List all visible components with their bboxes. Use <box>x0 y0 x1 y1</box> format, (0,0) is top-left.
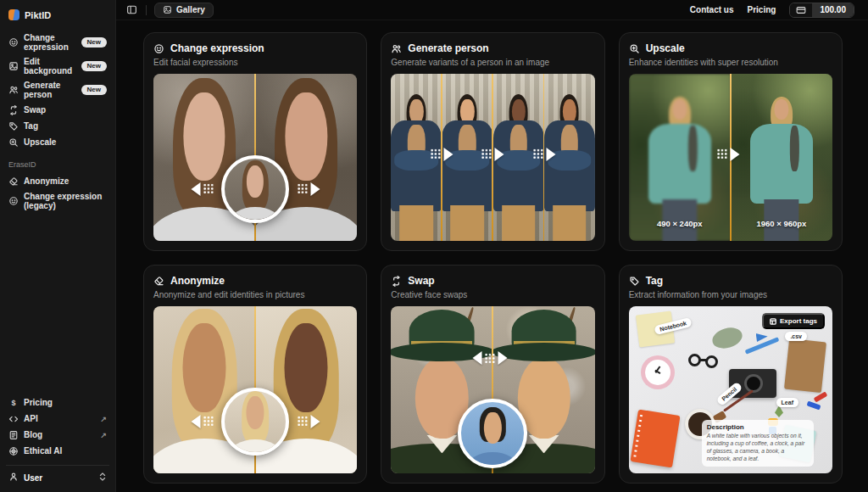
sidebar-item-anonymize[interactable]: Anonymize <box>6 173 109 189</box>
export-tags-button[interactable]: Export tags <box>762 313 825 329</box>
card-swap[interactable]: Swap Creative face swaps <box>381 265 604 484</box>
export-tags-label: Export tags <box>780 317 817 325</box>
user-menu[interactable]: User <box>6 465 109 485</box>
arrow-right-group <box>532 148 555 161</box>
sidebar-item-change-expression-legacy[interactable]: Change expression (legacy) <box>6 189 109 213</box>
card-title: Upscale <box>646 42 685 54</box>
sidebar: PiktID Change expression New Edit backgr… <box>0 0 116 492</box>
sidebar-item-edit-background[interactable]: Edit background New <box>6 54 109 78</box>
face-shape <box>247 396 264 429</box>
new-badge: New <box>81 37 107 48</box>
sidebar-item-label: Pricing <box>24 398 53 407</box>
code-icon <box>8 414 19 424</box>
strap-shape <box>790 126 798 171</box>
card-change-expression[interactable]: Change expression Edit facial expression… <box>143 32 367 251</box>
dot-grid <box>431 148 442 159</box>
arrow-right-icon <box>495 148 504 161</box>
sidebar-item-change-expression[interactable]: Change expression New <box>6 31 109 54</box>
sidebar-item-blog[interactable]: Blog ↗ <box>6 427 109 443</box>
clip-red-shape <box>814 391 828 402</box>
sidebar-item-swap[interactable]: Swap <box>6 102 109 118</box>
jacket-shape <box>648 124 711 204</box>
card-generate-person[interactable]: Generate person Generate variants of a p… <box>381 32 604 251</box>
user-label: User <box>24 473 42 483</box>
person-figure <box>391 94 442 241</box>
sidebar-item-label: Tag <box>24 121 38 131</box>
card-subtitle: Edit facial expressions <box>153 58 357 67</box>
flag-shape <box>756 333 768 342</box>
source-face-inset <box>458 399 527 468</box>
generate-person-preview <box>391 74 594 241</box>
dot-grid <box>481 148 492 159</box>
sidebar-item-label: Blog <box>24 430 42 439</box>
sidebar-item-api[interactable]: API ↗ <box>6 411 109 427</box>
after-resolution-label: 1960 × 960px <box>756 219 806 228</box>
sidebar-item-label: Anonymize <box>24 176 69 186</box>
sidebar-item-label: Upscale <box>24 137 56 147</box>
contact-us-link[interactable]: Contact us <box>690 5 734 14</box>
arrow-left-icon <box>191 182 200 196</box>
topbar-divider <box>146 5 147 15</box>
sidebar-item-tag[interactable]: Tag <box>6 118 109 134</box>
gallery-label: Gallery <box>176 5 205 14</box>
sidebar-item-generate-person[interactable]: Generate person New <box>6 78 109 102</box>
magnifier-plus-icon <box>629 43 640 54</box>
pants-shape <box>400 205 434 241</box>
sidebar-item-label: Change expression <box>24 33 76 52</box>
new-badge: New <box>81 85 107 95</box>
external-link-icon: ↗ <box>100 431 107 439</box>
pants-shape <box>553 205 587 241</box>
notebook-orange-shape <box>630 409 680 467</box>
person-figure <box>236 160 275 220</box>
card-subtitle: Anonymize and edit identities in picture… <box>153 290 357 299</box>
face-shape <box>183 92 225 181</box>
pricing-link[interactable]: Pricing <box>748 5 776 14</box>
user-icon <box>8 472 19 484</box>
source-face-inset <box>221 155 289 223</box>
card-upscale[interactable]: Upscale Enhance identities with super re… <box>619 32 843 251</box>
card-anonymize[interactable]: Anonymize Anonymize and edit identities … <box>143 265 367 484</box>
credit-balance: 100.00 <box>812 3 854 17</box>
sidebar-item-pricing[interactable]: $ Pricing <box>6 394 109 411</box>
source-face-inset <box>221 388 289 456</box>
face-shape <box>285 323 328 412</box>
topbar-right: Contact us Pricing 100.00 <box>690 3 854 18</box>
person-figure <box>745 87 818 241</box>
brand-name: PiktID <box>25 10 51 20</box>
smiley-icon <box>8 196 19 206</box>
gallery-button[interactable]: Gallery <box>154 3 214 18</box>
card-subtitle: Creative face swaps <box>391 290 594 299</box>
glasses-bridge <box>700 359 707 361</box>
description-text: A white table with various objects on it… <box>707 433 809 463</box>
dot-grid <box>203 183 214 194</box>
glasses-right-lens <box>705 355 718 368</box>
tag-icon <box>8 121 19 131</box>
document-icon <box>8 430 19 440</box>
card-tag[interactable]: Tag Extract information from your images <box>619 265 843 484</box>
arrow-both-group <box>472 351 507 365</box>
arrow-right-icon <box>444 148 453 161</box>
person-figure <box>492 94 543 241</box>
sidebar-item-upscale[interactable]: Upscale <box>6 134 109 150</box>
description-panel: Description A white table with various o… <box>702 420 814 467</box>
arrow-left-group <box>191 182 214 196</box>
glasses-left-lens <box>688 354 701 366</box>
topbar: Gallery Contact us Pricing 100.00 <box>116 0 868 20</box>
swap-icon <box>391 276 402 287</box>
sidebar-toggle-icon[interactable] <box>125 3 138 17</box>
person-figure <box>442 94 492 241</box>
sidebar-item-ethical-ai[interactable]: Ethical AI <box>6 443 109 459</box>
dot-grid <box>484 353 495 364</box>
person-figure <box>643 87 716 241</box>
smiley-icon <box>8 37 19 48</box>
pants-shape <box>502 205 536 241</box>
swap-preview <box>391 306 594 473</box>
credits-button[interactable]: 100.00 <box>789 3 854 18</box>
magnifier-plus-icon <box>8 137 19 148</box>
leaf-shape <box>709 324 744 351</box>
person-figure <box>235 391 275 452</box>
arrow-right-group <box>297 182 320 196</box>
arrow-right-icon <box>310 415 320 428</box>
arrow-right-icon <box>310 182 320 196</box>
brand-logo[interactable]: PiktID <box>6 7 109 31</box>
